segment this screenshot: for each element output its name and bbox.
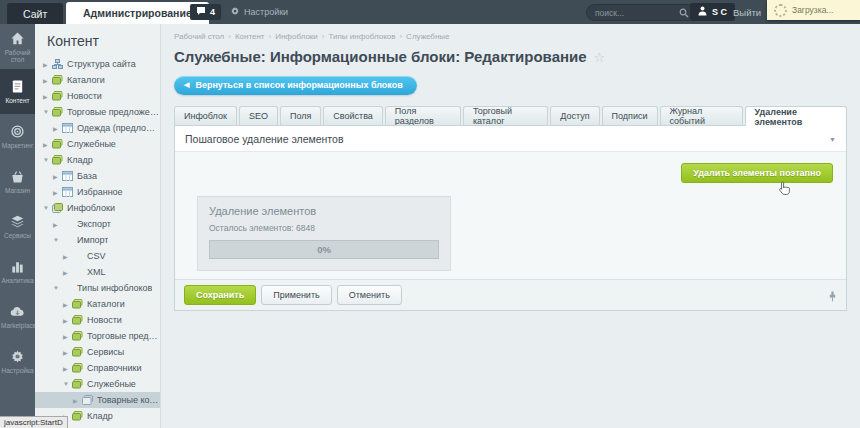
sidebar-item-shop[interactable]: Магазин: [0, 159, 35, 204]
tab-captions[interactable]: Подписи: [602, 106, 658, 125]
tree-item[interactable]: ▶ Каталоги: [35, 296, 160, 312]
tree-item[interactable]: ▶ Структура сайта: [35, 56, 160, 72]
tree-expand-arrow[interactable]: ▼: [43, 205, 52, 211]
tab-properties[interactable]: Свойства: [323, 106, 383, 125]
tree-expand-arrow[interactable]: ▶: [53, 125, 62, 132]
tab-fields[interactable]: Поля: [280, 106, 321, 125]
breadcrumb-link[interactable]: Служебные: [406, 32, 449, 41]
tab-delete-elements[interactable]: Удаление элементов: [745, 106, 847, 126]
site-icon: [52, 59, 64, 69]
tab-infoblock[interactable]: Инфоблок: [174, 106, 237, 125]
top-tab-site[interactable]: Сайт: [7, 3, 63, 24]
tree-expand-arrow[interactable]: ▶: [63, 317, 72, 324]
pin-icon[interactable]: [828, 288, 837, 306]
apply-button[interactable]: Применить: [261, 285, 332, 305]
stack-icon: [52, 139, 64, 149]
tree-item[interactable]: ▼ Импорт: [35, 232, 160, 248]
tree-expand-arrow[interactable]: ▶: [63, 365, 72, 372]
target-icon: [10, 124, 25, 139]
search-input[interactable]: [593, 7, 667, 19]
save-button[interactable]: Сохранить: [184, 285, 256, 305]
tree-expand-arrow[interactable]: ▶: [63, 301, 72, 308]
breadcrumb-link[interactable]: Инфоблоки: [275, 32, 318, 41]
sidebar-item-marketing[interactable]: Маркетинг: [0, 114, 35, 159]
tab-section-fields[interactable]: Поля разделов: [385, 106, 461, 125]
chevron-down-icon[interactable]: ▼: [829, 136, 836, 143]
tree-expand-arrow[interactable]: ▶: [43, 93, 52, 100]
breadcrumb-link[interactable]: Рабочий стол: [174, 32, 224, 41]
stack-icon: [72, 411, 84, 421]
top-tab-admin[interactable]: Администрирование: [66, 2, 209, 24]
stack-icon: [72, 315, 84, 325]
tree-item[interactable]: ▶ XML: [35, 264, 160, 280]
tree-item[interactable]: ▼ Служебные: [35, 376, 160, 392]
breadcrumb-link[interactable]: Типы инфоблоков: [328, 32, 395, 41]
tree-item[interactable]: ▶ Избранное: [35, 184, 160, 200]
tree-item[interactable]: ▼ Инфоблоки: [35, 200, 160, 216]
sidebar-item-analytics[interactable]: Аналитика: [0, 249, 35, 294]
tree-item[interactable]: ▼ Торговые предложения: [35, 104, 160, 120]
tree-item[interactable]: ▶ База: [35, 168, 160, 184]
edit-form-panel: Пошаговое удаление элементов ▼ Удалить э…: [174, 125, 847, 311]
sidebar-item-content[interactable]: Контент: [0, 69, 35, 114]
search-icon[interactable]: [679, 4, 689, 22]
tab-access[interactable]: Доступ: [550, 106, 599, 125]
tab-event-log[interactable]: Журнал событий: [660, 106, 743, 125]
tree-item[interactable]: ▼ Кладр: [35, 152, 160, 168]
tree-item[interactable]: ▶ Справочники: [35, 360, 160, 376]
back-to-list-button[interactable]: ◀ Вернуться в список информационных блок…: [174, 76, 417, 95]
tree-item[interactable]: ▶ CSV: [35, 248, 160, 264]
tab-seo[interactable]: SEO: [239, 106, 278, 125]
cancel-button[interactable]: Отменить: [337, 285, 402, 305]
tree-expand-arrow[interactable]: ▼: [43, 157, 52, 163]
stack-icon: [72, 363, 84, 373]
tab-strip: ИнфоблокSEOПоляСвойстваПоля разделовТорг…: [174, 106, 847, 125]
user-initials: S C: [712, 7, 727, 17]
tree-item[interactable]: ▶ Товарные коллекции: [35, 392, 160, 408]
tree-item[interactable]: ▼ Типы инфоблоков: [35, 280, 160, 296]
tree-expand-arrow[interactable]: ▶: [53, 189, 62, 196]
tree-item[interactable]: ▶ Торговые предложения: [35, 328, 160, 344]
breadcrumb-link[interactable]: Контент: [235, 32, 265, 41]
delete-elements-button[interactable]: Удалить элементы поэтапно: [681, 163, 833, 183]
notifications-counter[interactable]: 4: [190, 4, 221, 20]
tree-expand-arrow[interactable]: ▼: [53, 237, 62, 243]
tree-item[interactable]: ▶ Каталоги: [35, 72, 160, 88]
logout-link[interactable]: Выйти: [733, 0, 761, 24]
sidebar-item-marketplace[interactable]: Marketplace: [0, 294, 35, 339]
sidebar-item-services[interactable]: Сервисы: [0, 204, 35, 249]
tree-item[interactable]: ▶ Одежда (предложения): [35, 120, 160, 136]
topbar-settings[interactable]: Настройки: [230, 4, 288, 20]
sidebar-item-desktop[interactable]: Рабочий стол: [0, 24, 35, 69]
favorite-star-icon[interactable]: ☆: [594, 50, 606, 65]
tab-trade-catalog[interactable]: Торговый каталог: [463, 106, 548, 125]
tree-expand-arrow[interactable]: ▼: [43, 109, 52, 115]
tree-item[interactable]: ▶ Новости: [35, 88, 160, 104]
tree-item[interactable]: ▶ Экспорт: [35, 216, 160, 232]
user-menu[interactable]: S C: [690, 3, 735, 21]
stack-icon: [52, 91, 64, 101]
tree-expand-arrow[interactable]: ▶: [63, 333, 72, 340]
tree-expand-arrow[interactable]: ▶: [53, 221, 62, 228]
breadcrumb-separator: ›: [399, 32, 402, 41]
tree-expand-arrow[interactable]: ▼: [63, 381, 72, 387]
basket-icon: [10, 169, 25, 184]
tree-item[interactable]: ▶ Служебные: [35, 136, 160, 152]
tree-expand-arrow[interactable]: ▶: [73, 397, 82, 404]
tree-expand-arrow[interactable]: ▶: [63, 269, 72, 276]
tree-expand-arrow[interactable]: ▶: [43, 77, 52, 84]
toast-label: Загрузка...: [792, 5, 833, 15]
tree-expand-arrow[interactable]: ▶: [63, 253, 72, 260]
layers-icon: [10, 214, 25, 229]
sidebar-item-settings[interactable]: Настройка: [0, 339, 35, 384]
tree-expand-arrow[interactable]: ▼: [53, 285, 62, 291]
tree-expand-arrow[interactable]: ▶: [43, 141, 52, 148]
breadcrumb: Рабочий стол›Контент›Инфоблоки›Типы инфо…: [174, 32, 847, 41]
tree-item[interactable]: ▶ Новости: [35, 312, 160, 328]
tree-expand-arrow[interactable]: ▶: [53, 173, 62, 180]
tree-expand-arrow[interactable]: ▶: [63, 349, 72, 356]
home-icon: [10, 31, 25, 46]
tree-expand-arrow[interactable]: ▶: [43, 61, 52, 68]
tree-item[interactable]: ▶ Сервисы: [35, 344, 160, 360]
chart-icon: [10, 259, 25, 274]
